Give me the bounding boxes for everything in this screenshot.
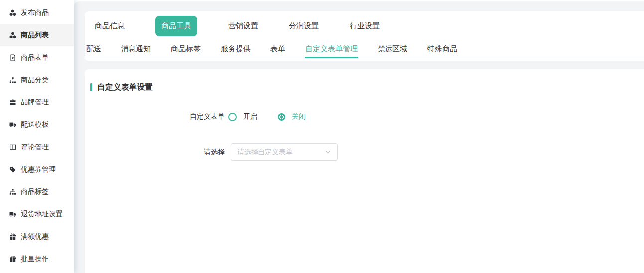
truck-icon [9,210,16,218]
sidebar-item-label: 优惠券管理 [21,165,56,174]
sidebar-item-label: 商品标签 [21,187,49,196]
custom-form-label: 自定义表单 [85,112,225,121]
sidebar-item-label: 评论管理 [21,143,49,152]
tab-marketing-settings[interactable]: 营销设置 [228,21,258,31]
tab-industry-settings[interactable]: 行业设置 [350,21,380,31]
sitemap-icon [9,76,16,84]
radio-label: 关闭 [292,112,306,121]
main-content-area: 商品信息 商品工具 营销设置 分润设置 行业设置 配送 消息通知 商品标签 服务… [74,1,644,273]
radio-button-icon [278,113,285,121]
custom-form-radio-group: 开启 关闭 [228,112,306,121]
cubes-icon [9,31,16,39]
subtab-custom-form-management[interactable]: 自定义表单管理 [305,40,358,58]
custom-form-select[interactable]: 请选择自定义表单 [231,143,338,161]
radio-label: 开启 [243,112,257,121]
sidebar-item-goods-tags[interactable]: 商品标签 [0,181,74,203]
section-title: 自定义表单设置 [90,82,644,92]
select-label: 请选择 [85,148,225,157]
custom-form-toggle-row: 自定义表单 开启 关闭 [85,112,644,121]
sitemap-icon [9,188,16,195]
sidebar-item-label: 商品分类 [21,76,49,85]
subtab-embargo-area[interactable]: 禁运区域 [378,40,407,58]
subtab-special-goods[interactable]: 特殊商品 [427,40,457,58]
sidebar-item-goods-list[interactable]: 商品列表 [0,24,74,46]
custom-form-settings-card: 自定义表单设置 自定义表单 开启 关闭 请选择 [85,69,644,273]
sidebar-item-coupon-management[interactable]: 优惠券管理 [0,158,74,181]
primary-tab-bar: 商品信息 商品工具 营销设置 分润设置 行业设置 [85,11,644,40]
tabs-card: 商品信息 商品工具 营销设置 分润设置 行业设置 配送 消息通知 商品标签 服务… [85,11,644,61]
briefcase-icon [9,98,16,106]
tab-goods-tools[interactable]: 商品工具 [155,16,197,36]
gift-icon [9,233,16,240]
sidebar-item-label: 品牌管理 [21,98,49,107]
radio-option-on[interactable]: 开启 [228,112,257,121]
gift-icon [9,255,16,263]
sidebar-item-label: 发布商品 [21,8,49,17]
sidebar-item-full-discount[interactable]: 满额优惠 [0,225,74,248]
tab-goods-info[interactable]: 商品信息 [95,21,125,31]
subtab-goods-tags[interactable]: 商品标签 [171,40,201,58]
tag-icon [9,166,16,173]
sidebar-item-delivery-template[interactable]: 配送模板 [0,113,74,136]
subtab-message-notification[interactable]: 消息通知 [121,40,151,58]
subtab-service-provision[interactable]: 服务提供 [221,40,251,58]
app-root: 发布商品 商品列表 商品表单 商品分类 品牌管理 配送模板 评论管理 [0,0,644,273]
file-excel-icon [9,54,16,61]
section-title-text: 自定义表单设置 [97,82,153,92]
sidebar-item-return-address-settings[interactable]: 退货地址设置 [0,203,74,225]
sidebar: 发布商品 商品列表 商品表单 商品分类 品牌管理 配送模板 评论管理 [0,0,74,273]
sidebar-item-brand-management[interactable]: 品牌管理 [0,91,74,113]
custom-form-select-row: 请选择 请选择自定义表单 [85,143,644,161]
radio-option-off[interactable]: 关闭 [278,112,306,121]
tab-profit-sharing-settings[interactable]: 分润设置 [289,21,319,31]
secondary-tab-bar: 配送 消息通知 商品标签 服务提供 表单 自定义表单管理 禁运区域 特殊商品 [85,40,644,58]
sidebar-item-label: 满额优惠 [21,232,49,241]
sidebar-item-label: 商品列表 [21,31,49,40]
sidebar-item-label: 配送模板 [21,120,49,129]
sidebar-item-batch-operations[interactable]: 批量操作 [0,248,74,270]
cubes-icon [9,9,16,16]
truck-icon [9,121,16,128]
sidebar-item-publish-goods[interactable]: 发布商品 [0,1,74,24]
columns-icon [9,143,16,151]
sidebar-item-review-management[interactable]: 评论管理 [0,136,74,158]
radio-button-icon [228,113,237,121]
sidebar-item-label: 商品表单 [21,53,49,62]
subtab-delivery[interactable]: 配送 [86,40,101,58]
title-accent-bar [90,83,92,91]
sidebar-item-goods-category[interactable]: 商品分类 [0,69,74,91]
sidebar-item-goods-form[interactable]: 商品表单 [0,46,74,69]
sidebar-item-label: 退货地址设置 [21,210,63,219]
sidebar-item-label: 批量操作 [21,255,49,264]
select-placeholder-text: 请选择自定义表单 [237,148,293,157]
chevron-down-icon [325,149,331,155]
subtab-form[interactable]: 表单 [270,40,285,58]
